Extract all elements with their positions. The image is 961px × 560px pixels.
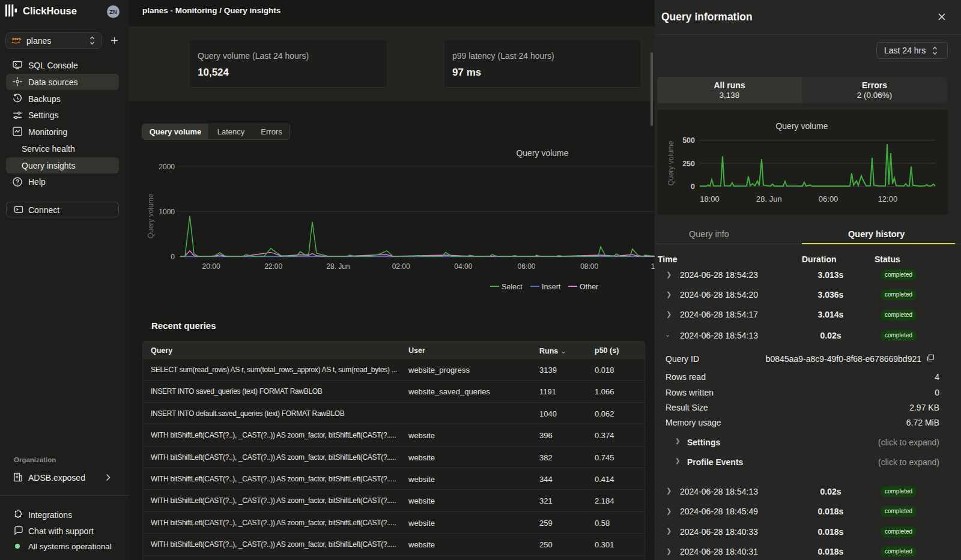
svg-text:1000: 1000 <box>159 208 175 216</box>
svg-text:18:00: 18:00 <box>700 194 720 203</box>
svg-text:Select: Select <box>502 283 523 291</box>
svg-text:06:00: 06:00 <box>819 194 838 203</box>
svg-text:Query volume: Query volume <box>516 148 568 158</box>
svg-text:12:00: 12:00 <box>878 194 898 203</box>
svg-text:500: 500 <box>682 136 695 145</box>
svg-text:Insert: Insert <box>542 283 561 291</box>
svg-text:0: 0 <box>691 182 695 191</box>
svg-text:Query volume: Query volume <box>667 140 675 185</box>
svg-text:28. Jun: 28. Jun <box>326 262 350 271</box>
svg-text:Query volume: Query volume <box>147 193 155 238</box>
svg-text:Query volume: Query volume <box>775 121 828 131</box>
svg-text:Other: Other <box>580 283 598 291</box>
svg-text:22:00: 22:00 <box>264 262 282 271</box>
svg-text:04:00: 04:00 <box>454 262 472 271</box>
svg-text:20:00: 20:00 <box>202 262 220 271</box>
svg-text:2000: 2000 <box>159 163 175 171</box>
svg-text:06:00: 06:00 <box>517 262 535 271</box>
svg-text:250: 250 <box>682 160 695 168</box>
svg-text:08:00: 08:00 <box>580 262 598 271</box>
svg-text:0: 0 <box>171 253 175 261</box>
svg-text:02:00: 02:00 <box>392 262 410 271</box>
svg-text:28. Jun: 28. Jun <box>756 194 782 203</box>
